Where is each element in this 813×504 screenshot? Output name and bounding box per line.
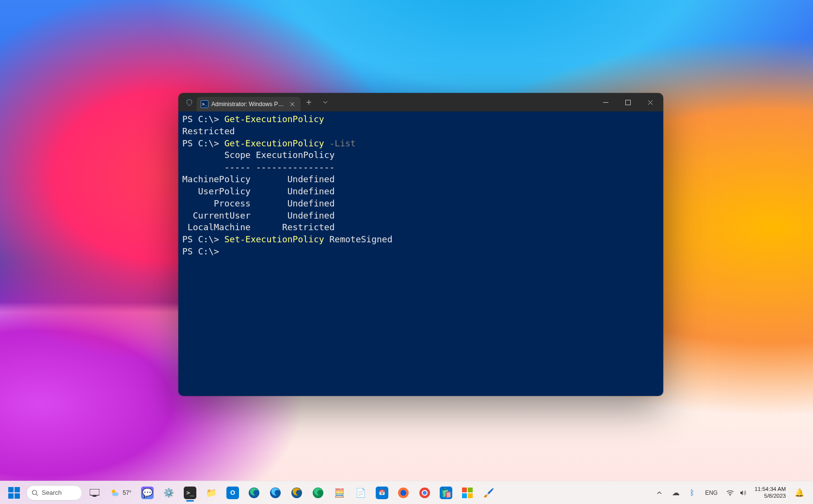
tray-bluetooth[interactable]: ᛒ (685, 483, 700, 503)
svg-point-2 (32, 490, 37, 494)
app-edge-beta[interactable] (265, 483, 286, 503)
app-edge-canary[interactable] (308, 483, 328, 503)
cloud-icon: ☁ (672, 489, 680, 497)
svg-rect-15 (462, 488, 467, 492)
tray-language[interactable]: ENG (701, 483, 721, 503)
weather-widget[interactable]: 57° (107, 488, 134, 498)
terminal-output[interactable]: PS C:\> Get-ExecutionPolicyRestrictedPS … (178, 111, 663, 396)
app-terminal[interactable]: >_ (180, 483, 200, 503)
tray-network-sound[interactable] (722, 483, 750, 503)
taskview-icon (88, 487, 101, 499)
window-titlebar[interactable]: >_ Administrator: Windows Powe (178, 93, 663, 111)
svg-rect-0 (603, 102, 608, 103)
app-notepad[interactable]: 📄 (351, 483, 371, 503)
notification-button[interactable]: 🔔 (790, 483, 809, 503)
table-row: UserPolicy Undefined (182, 186, 659, 198)
svg-rect-4 (93, 495, 96, 497)
terminal-tab[interactable]: >_ Administrator: Windows Powe (197, 97, 301, 111)
prompt: PS C:\> (182, 138, 219, 148)
weather-temp: 57° (123, 489, 131, 496)
command-text: Set-ExecutionPolicy (224, 234, 324, 244)
minimize-button[interactable] (594, 94, 617, 110)
app-calendar[interactable]: 📅 (372, 483, 392, 503)
wifi-icon (726, 489, 734, 497)
clock-time: 11:54:34 AM (754, 486, 786, 493)
windows-logo-icon (8, 487, 20, 499)
table-header: ExecutionPolicy (256, 150, 335, 160)
table-row: CurrentUser Undefined (182, 210, 659, 222)
taskbar: Search 57° 💬 ⚙️ >_ 📁 O 🧮 📄 📅 🛍️ 🖌️ (0, 481, 813, 504)
chevron-up-icon (655, 489, 663, 497)
table-row: LocalMachine Restricted (182, 221, 659, 234)
taskview-button[interactable] (84, 483, 105, 503)
table-row: Process Undefined (182, 198, 659, 210)
clock-date: 5/8/2023 (754, 493, 786, 500)
svg-point-11 (400, 490, 406, 496)
app-microsoft-store[interactable]: 🛍️ (436, 483, 456, 503)
tray-overflow[interactable] (652, 483, 667, 503)
taskbar-pinned-apps: 💬 ⚙️ >_ 📁 O 🧮 📄 📅 🛍️ 🖌️ (137, 483, 499, 503)
command-text: Get-ExecutionPolicy (224, 138, 324, 148)
close-window-button[interactable] (639, 94, 661, 110)
app-file-explorer[interactable]: 📁 (201, 483, 222, 503)
svg-rect-17 (462, 493, 467, 498)
table-header: Scope (224, 150, 251, 160)
tray-onedrive[interactable]: ☁ (668, 483, 684, 503)
prompt: PS C:\> (182, 234, 219, 244)
tab-dropdown-button[interactable] (317, 95, 334, 110)
taskbar-clock[interactable]: 11:54:34 AM 5/8/2023 (751, 486, 789, 500)
weather-icon (110, 488, 120, 498)
svg-point-19 (730, 495, 731, 496)
maximize-button[interactable] (617, 94, 639, 110)
bell-icon: 🔔 (795, 488, 804, 497)
app-edge-dev[interactable] (287, 483, 307, 503)
search-placeholder: Search (42, 489, 62, 496)
command-arg: RemoteSigned (329, 234, 392, 244)
admin-shield-icon (185, 98, 193, 106)
svg-rect-3 (90, 489, 99, 495)
taskbar-search[interactable]: Search (26, 485, 82, 501)
tab-title: Administrator: Windows Powe (211, 101, 284, 108)
speaker-icon (739, 489, 747, 497)
prompt: PS C:\> (182, 114, 219, 124)
app-edge[interactable] (244, 483, 264, 503)
terminal-window: >_ Administrator: Windows Powe PS C:\> G… (178, 93, 663, 396)
bluetooth-icon: ᛒ (688, 489, 696, 497)
table-divider: ----- --------------- (182, 161, 659, 173)
prompt: PS C:\> (182, 246, 219, 256)
new-tab-button[interactable] (301, 95, 317, 110)
app-chat[interactable]: 💬 (137, 483, 158, 503)
table-row: MachinePolicy Undefined (182, 173, 659, 186)
svg-rect-16 (468, 488, 473, 492)
app-powertoys[interactable] (457, 483, 478, 503)
svg-rect-1 (625, 100, 630, 105)
app-paint[interactable]: 🖌️ (478, 483, 499, 503)
app-firefox[interactable] (393, 483, 414, 503)
close-tab-button[interactable] (288, 100, 297, 109)
app-settings[interactable]: ⚙️ (159, 483, 179, 503)
app-outlook[interactable]: O (223, 483, 243, 503)
start-button[interactable] (4, 483, 24, 503)
language-indicator: ENG (705, 489, 717, 496)
command-arg: -List (329, 138, 355, 148)
app-calculator[interactable]: 🧮 (329, 483, 350, 503)
search-icon (32, 489, 38, 496)
app-chrome[interactable] (414, 483, 435, 503)
svg-rect-18 (468, 493, 473, 498)
command-text: Get-ExecutionPolicy (224, 114, 324, 124)
output-text: Restricted (182, 126, 659, 138)
powershell-icon: >_ (201, 100, 208, 108)
